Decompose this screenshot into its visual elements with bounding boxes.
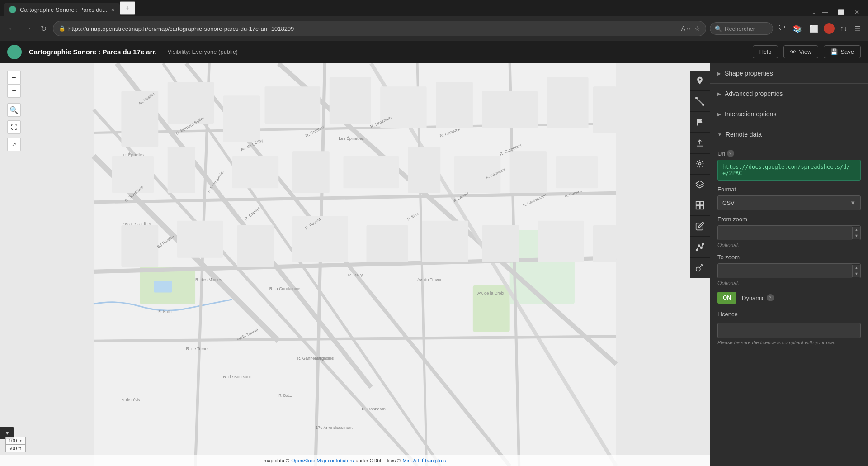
svg-text:R. Davy: R. Davy [348,273,363,277]
from-zoom-spinners: ▲ ▼ [852,227,860,239]
save-icon: 💾 [830,48,838,55]
dynamic-label: Dynamic ? [742,294,774,301]
shape-properties-header[interactable]: ▶ Shape properties [710,63,868,83]
from-zoom-input[interactable] [718,226,852,240]
dynamic-toggle-row: ON Dynamic ? [717,292,861,304]
remote-data-section: ▼ Remote data Url ? https://docs.google.… [710,124,868,351]
interaction-options-section: ▶ Interaction options [710,104,868,124]
header-right: Help 👁 View 💾 Save [753,45,861,58]
tab-controls-icon[interactable]: ⌄ [811,9,816,15]
svg-text:R. Bot...: R. Bot... [278,394,292,398]
line-tool-button[interactable] [690,91,710,111]
tiles-button[interactable] [690,195,710,215]
key-icon [695,263,704,272]
from-zoom-down-button[interactable]: ▼ [853,233,860,239]
advanced-chevron-right-icon: ▶ [717,91,721,96]
chevron-down-icon: ▼ [5,430,10,436]
svg-rect-27 [436,82,473,128]
search-button[interactable]: 🔍 [7,103,21,117]
dynamic-toggle-on-button[interactable]: ON [717,292,736,304]
svg-text:R. de Lévis: R. de Lévis [121,398,140,402]
svg-rect-91 [696,206,700,209]
format-dropdown[interactable]: CSV ▼ [717,195,861,210]
zoom-controls: + − [7,71,21,98]
up-button[interactable] [690,133,710,153]
licence-input[interactable] [717,323,861,338]
address-bar[interactable]: 🔒 https://umap.openstreetmap.fr/en/map/c… [53,21,706,36]
marker-tool-button[interactable] [690,71,710,90]
polyline-tool-button[interactable] [690,237,710,257]
active-tab[interactable]: Cartographie Sonore : Parcs du... × [4,3,120,16]
tab-close-btn[interactable]: × [111,6,115,13]
zoom-in-button[interactable]: + [7,71,21,84]
flag-tool-button[interactable] [690,112,710,132]
licence-note: Please be sure the licence is compliant … [717,340,861,345]
close-window-btn[interactable]: ✕ [851,8,863,16]
scale-100m: 100 m [9,438,23,443]
save-button[interactable]: 💾 Save [824,45,861,58]
bookmarks-btn[interactable]: 📚 [791,23,804,35]
from-zoom-input-wrapper: ▲ ▼ [717,225,861,240]
map-attribution: map data © OpenStreetMap contributors un… [0,455,710,466]
sync-btn[interactable]: ↑↓ [838,23,849,34]
from-zoom-up-button[interactable]: ▲ [853,227,860,233]
map-footer-text: map data © [264,458,289,463]
interaction-options-header[interactable]: ▶ Interaction options [710,104,868,124]
settings-button[interactable] [690,154,710,174]
translate-icon[interactable]: A↔ [681,25,692,32]
svg-point-96 [702,243,703,245]
svg-rect-92 [700,206,704,209]
osm-contributors-link[interactable]: OpenStreetMap contributors [291,458,354,463]
svg-rect-34 [292,151,330,193]
svg-rect-43 [292,216,348,262]
format-field-label: Format [717,186,861,193]
extensions-btn[interactable]: 🛡 [777,23,788,34]
restore-btn[interactable]: ⬜ [834,8,848,16]
layers-button[interactable] [690,175,710,195]
layers-icon [695,180,704,189]
url-help-icon[interactable]: ? [727,150,734,157]
view-button[interactable]: 👁 View [783,45,818,58]
shape-chevron-right-icon: ▶ [717,71,721,76]
map-container[interactable]: R. Bernard Buffet Av. de Clichy R. Gauth… [0,63,710,466]
back-button[interactable]: ← [5,23,18,34]
minimize-btn[interactable]: — [819,8,831,16]
embed-icon: ↗ [12,141,16,147]
account-btn[interactable] [824,23,835,34]
search-box[interactable]: 🔍 Rechercher [710,22,773,35]
line-icon [695,97,704,106]
new-tab-button[interactable]: + [120,1,135,15]
draw-tool-button[interactable] [690,216,710,236]
url-input[interactable]: https://docs.google.com/spreadsheets/d/e… [717,160,861,181]
advanced-properties-header[interactable]: ▶ Advanced properties [710,84,868,104]
to-zoom-down-button[interactable]: ▼ [853,271,860,277]
flag-icon [695,118,704,127]
fullscreen-button[interactable]: ⛶ [7,120,21,134]
to-zoom-input-wrapper: ▲ ▼ [717,263,861,278]
forward-button[interactable]: → [22,23,34,34]
svg-rect-42 [237,225,274,267]
to-zoom-input[interactable] [718,264,852,278]
pencil-icon [695,222,704,231]
menu-btn[interactable]: ☰ [853,23,863,35]
refresh-button[interactable]: ↻ [38,23,49,35]
to-zoom-up-button[interactable]: ▲ [853,265,860,271]
svg-rect-28 [482,91,538,128]
containers-btn[interactable]: ⬜ [807,23,820,35]
shape-properties-section: ▶ Shape properties [710,63,868,84]
remote-data-header[interactable]: ▼ Remote data [710,124,868,144]
svg-rect-40 [121,225,158,267]
fullscreen-icon: ⛶ [11,124,17,131]
advanced-properties-label: Advanced properties [725,90,783,97]
remote-data-chevron-down-icon: ▼ [717,132,722,137]
help-button[interactable]: Help [753,45,778,58]
dynamic-help-icon[interactable]: ? [767,294,774,301]
embed-button[interactable]: ↗ [7,138,21,151]
svg-rect-5 [154,281,172,293]
from-zoom-label: From zoom [717,216,861,223]
key-button[interactable] [690,258,710,278]
min-aff-link[interactable]: Min. Aff. Étrangères [402,458,446,463]
zoom-out-button[interactable]: − [7,84,21,98]
bookmark-icon[interactable]: ☆ [694,25,700,32]
to-zoom-optional: Optional. [717,280,861,286]
